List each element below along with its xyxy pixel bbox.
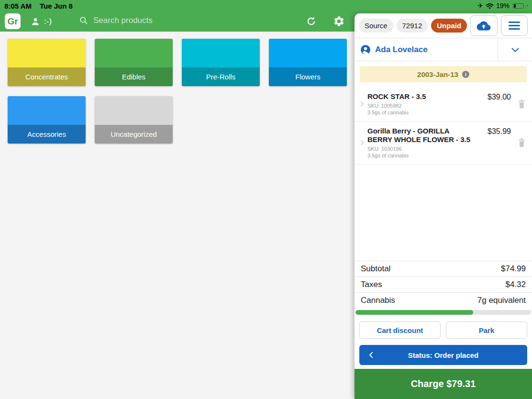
tile-color-block bbox=[95, 96, 173, 125]
chevron-right-icon bbox=[357, 92, 367, 115]
status-bar: 8:05 AM Tue Jun 8 ✈ 19% bbox=[0, 0, 532, 11]
app-logo[interactable]: Gr bbox=[5, 13, 21, 29]
category-label: Concentrates bbox=[8, 67, 86, 86]
cart-empty-space bbox=[355, 165, 532, 261]
search-placeholder: Search products bbox=[93, 16, 153, 25]
cannabis-row: Cannabis 7g equivalent bbox=[355, 292, 532, 308]
category-label: Pre-Rolls bbox=[182, 67, 260, 86]
search-icon bbox=[79, 16, 89, 25]
category-tile-pre-rolls[interactable]: Pre-Rolls bbox=[182, 39, 260, 86]
order-number-badge: 72912 bbox=[397, 19, 428, 33]
trash-icon bbox=[517, 138, 526, 148]
charge-button[interactable]: Charge $79.31 bbox=[355, 369, 532, 399]
cloud-upload-icon bbox=[477, 20, 491, 32]
item-weight: 3.5gs of cannabis bbox=[367, 153, 481, 158]
airplane-mode-icon: ✈ bbox=[477, 2, 483, 9]
category-label: Accessories bbox=[8, 125, 86, 144]
order-menu-button[interactable] bbox=[501, 15, 528, 36]
tile-color-block bbox=[95, 39, 173, 67]
category-tile-flowers[interactable]: Flowers bbox=[269, 39, 347, 86]
status-indicators: ✈ 19% bbox=[477, 2, 528, 10]
item-sku: SKU: 1005982 bbox=[367, 103, 481, 109]
customer-expand-button[interactable] bbox=[498, 38, 532, 61]
product-categories-area: Concentrates Edibles Pre-Rolls Flowers A… bbox=[0, 32, 355, 399]
cart-item[interactable]: Gorilla Berry - GORILLA BERRY WHOLE FLOW… bbox=[355, 122, 532, 165]
birthdate-banner: 2003-Jan-13 i bbox=[360, 66, 527, 82]
mood-indicator[interactable]: :-) bbox=[44, 17, 52, 26]
order-source-badge: Source bbox=[359, 19, 393, 33]
category-label: Flowers bbox=[269, 67, 347, 86]
customer-name: Ada Lovelace bbox=[375, 45, 428, 55]
settings-gear-icon[interactable] bbox=[333, 15, 345, 27]
park-button[interactable]: Park bbox=[446, 321, 527, 339]
chevron-down-icon bbox=[510, 44, 521, 55]
taxes-value: $4.32 bbox=[505, 280, 526, 289]
customer-row: Ada Lovelace bbox=[355, 38, 532, 61]
cannabis-value: 7g equivalent bbox=[477, 296, 526, 305]
item-details: Gorilla Berry - GORILLA BERRY WHOLE FLOW… bbox=[367, 127, 484, 158]
cart-actions: Cart discount Park bbox=[355, 315, 532, 345]
cannabis-label: Cannabis bbox=[361, 296, 477, 305]
tile-color-block bbox=[182, 39, 260, 67]
item-weight: 3.5gs of cannabis bbox=[367, 110, 481, 115]
category-label: Uncategorized bbox=[95, 125, 173, 144]
category-grid: Concentrates Edibles Pre-Rolls Flowers A… bbox=[8, 39, 357, 154]
tile-color-block bbox=[8, 96, 86, 125]
tile-color-block bbox=[269, 39, 347, 67]
chevron-left-icon[interactable] bbox=[367, 345, 376, 365]
battery-percent: 19% bbox=[496, 2, 510, 10]
pos-screen: 8:05 AM Tue Jun 8 ✈ 19% Gr :-) S bbox=[0, 0, 532, 399]
battery-nub bbox=[527, 5, 528, 7]
cannabis-progress-fill bbox=[355, 310, 473, 315]
customer-selector[interactable]: Ada Lovelace bbox=[355, 38, 498, 61]
tile-color-block bbox=[8, 39, 86, 67]
subtotal-value: $74.99 bbox=[501, 264, 526, 274]
subtotal-label: Subtotal bbox=[361, 264, 501, 274]
trash-icon bbox=[517, 99, 526, 109]
order-status-label: Status: Order placed bbox=[408, 351, 479, 359]
order-status-button[interactable]: Status: Order placed bbox=[359, 345, 527, 365]
info-icon[interactable]: i bbox=[462, 71, 469, 78]
search-input[interactable]: Search products bbox=[79, 16, 153, 25]
item-name: ROCK STAR - 3.5 bbox=[367, 92, 475, 101]
wifi-icon bbox=[486, 3, 494, 9]
delete-item-button[interactable] bbox=[517, 127, 526, 158]
birthdate-value: 2003-Jan-13 bbox=[417, 70, 458, 78]
battery-icon bbox=[513, 3, 524, 9]
cloud-sync-button[interactable] bbox=[470, 15, 497, 36]
user-icon[interactable] bbox=[31, 17, 40, 26]
delete-item-button[interactable] bbox=[517, 92, 526, 115]
payment-status-badge: Unpaid bbox=[431, 19, 467, 33]
category-tile-accessories[interactable]: Accessories bbox=[8, 96, 86, 144]
birthdate-banner-wrap: 2003-Jan-13 i bbox=[355, 61, 532, 87]
item-price: $35.99 bbox=[484, 127, 511, 158]
item-details: ROCK STAR - 3.5 SKU: 1005982 3.5gs of ca… bbox=[367, 92, 484, 115]
order-header: Source 72912 Unpaid bbox=[355, 13, 532, 38]
item-sku: SKU: 1030196 bbox=[367, 146, 481, 152]
subtotal-row: Subtotal $74.99 bbox=[355, 261, 532, 277]
cannabis-limit-progress bbox=[355, 310, 531, 315]
cart-item[interactable]: ROCK STAR - 3.5 SKU: 1005982 3.5gs of ca… bbox=[355, 87, 532, 122]
cart-discount-button[interactable]: Cart discount bbox=[359, 321, 441, 339]
item-name: Gorilla Berry - GORILLA BERRY WHOLE FLOW… bbox=[367, 127, 475, 144]
customer-avatar-icon bbox=[361, 45, 370, 55]
clock: 8:05 AM bbox=[4, 2, 32, 10]
category-tile-concentrates[interactable]: Concentrates bbox=[8, 39, 86, 86]
chevron-right-icon bbox=[357, 127, 367, 158]
date: Tue Jun 8 bbox=[40, 2, 73, 10]
taxes-row: Taxes $4.32 bbox=[355, 277, 532, 292]
category-tile-edibles[interactable]: Edibles bbox=[95, 39, 173, 86]
hamburger-icon bbox=[509, 22, 520, 30]
order-panel: Source 72912 Unpaid Ada Lovelace bbox=[355, 13, 532, 399]
refresh-icon[interactable] bbox=[306, 16, 317, 27]
taxes-label: Taxes bbox=[361, 280, 505, 289]
category-tile-uncategorized[interactable]: Uncategorized bbox=[95, 96, 173, 144]
item-price: $39.00 bbox=[484, 93, 511, 115]
category-label: Edibles bbox=[95, 67, 173, 86]
